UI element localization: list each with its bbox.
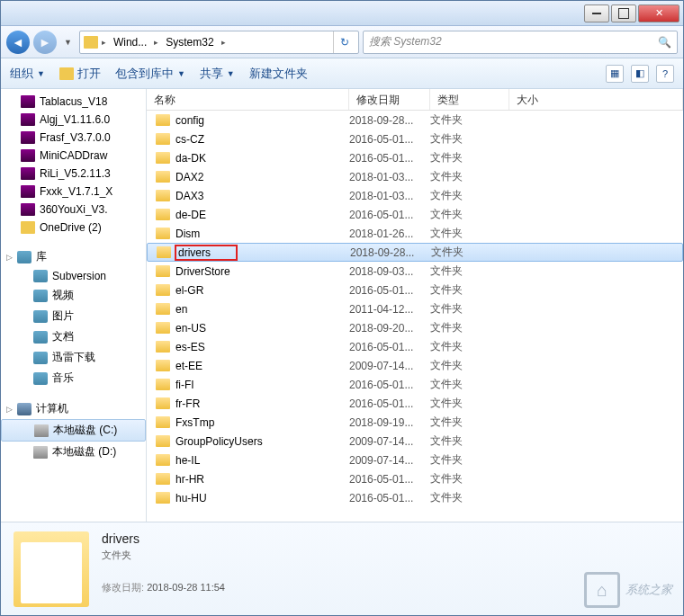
file-row[interactable]: DriverStore2018-09-03...文件夹 <box>147 262 683 281</box>
file-row[interactable]: Dism2018-01-26...文件夹 <box>147 224 683 243</box>
file-list[interactable]: config2018-09-28...文件夹cs-CZ2016-05-01...… <box>147 111 683 522</box>
chevron-right-icon[interactable]: ▸ <box>152 38 160 47</box>
expand-icon[interactable]: ▷ <box>6 405 13 414</box>
file-row[interactable]: FxsTmp2018-09-19...文件夹 <box>147 413 683 432</box>
file-row[interactable]: config2018-09-28...文件夹 <box>147 111 683 129</box>
search-icon[interactable]: 🔍 <box>658 36 671 49</box>
file-row[interactable]: he-IL2009-07-14...文件夹 <box>147 451 683 469</box>
file-name: cs-CZ <box>176 133 204 146</box>
file-date: 2016-05-01... <box>349 341 430 353</box>
sidebar-library-item[interactable]: 视频 <box>1 285 146 306</box>
sidebar-computer[interactable]: ▷计算机 <box>1 397 146 419</box>
view-options-button[interactable]: ▦ <box>606 65 624 83</box>
file-type: 文件夹 <box>430 112 509 128</box>
file-icon <box>21 221 35 234</box>
sidebar-recent-item[interactable]: Algj_V1.11.6.0 <box>1 111 146 129</box>
file-row[interactable]: DAX32018-01-03...文件夹 <box>147 186 683 205</box>
sidebar-recent-item[interactable]: Tablacus_V18 <box>1 93 146 111</box>
file-row[interactable]: hr-HR2016-05-01...文件夹 <box>147 469 683 488</box>
address-bar[interactable]: ▸ Wind... ▸ System32 ▸ ↻ <box>79 31 359 54</box>
file-name: el-GR <box>176 284 203 297</box>
history-dropdown[interactable]: ▼ <box>60 38 76 47</box>
file-row[interactable]: drivers2018-09-28...文件夹 <box>147 243 683 262</box>
file-type: 文件夹 <box>430 339 509 354</box>
file-name: hr-HR <box>176 473 204 486</box>
file-row[interactable]: en2011-04-12...文件夹 <box>147 299 683 318</box>
folder-icon <box>156 379 170 390</box>
organize-menu[interactable]: 组织▼ <box>10 66 45 82</box>
sidebar-drive-item[interactable]: 本地磁盘 (D:) <box>1 442 146 462</box>
search-input[interactable]: 搜索 System32 🔍 <box>363 31 678 54</box>
open-button[interactable]: 打开 <box>59 66 101 82</box>
sidebar-drive-item[interactable]: 本地磁盘 (C:) <box>1 419 146 442</box>
folder-icon <box>156 133 170 145</box>
file-row[interactable]: el-GR2016-05-01...文件夹 <box>147 281 683 299</box>
folder-icon <box>156 303 170 315</box>
column-name[interactable]: 名称 <box>147 89 349 110</box>
expand-icon[interactable]: ▷ <box>6 253 13 262</box>
file-name: drivers <box>175 245 238 261</box>
share-menu[interactable]: 共享▼ <box>200 66 235 82</box>
new-folder-button[interactable]: 新建文件夹 <box>249 66 308 82</box>
sidebar-item-label: Subversion <box>52 270 106 282</box>
file-type: 文件夹 <box>430 188 509 203</box>
file-type: 文件夹 <box>430 471 509 487</box>
sidebar-recent-item[interactable]: RiLi_V5.2.11.3 <box>1 165 146 183</box>
file-type: 文件夹 <box>430 358 509 373</box>
close-button[interactable] <box>638 4 680 22</box>
sidebar-library-item[interactable]: Subversion <box>1 267 146 285</box>
help-button[interactable]: ? <box>656 65 674 83</box>
sidebar-recent-item[interactable]: MiniCADDraw <box>1 147 146 165</box>
file-date: 2018-09-28... <box>349 114 430 127</box>
file-row[interactable]: es-ES2016-05-01...文件夹 <box>147 337 683 356</box>
breadcrumb-item[interactable]: Wind... <box>110 34 150 50</box>
column-date[interactable]: 修改日期 <box>349 89 430 110</box>
file-row[interactable]: cs-CZ2016-05-01...文件夹 <box>147 129 683 148</box>
sidebar-libraries[interactable]: ▷库 <box>1 246 146 267</box>
file-date: 2018-09-20... <box>349 322 430 335</box>
sidebar-recent-item[interactable]: Fxxk_V1.7.1_X <box>1 183 146 201</box>
sidebar-library-item[interactable]: 文档 <box>1 326 146 347</box>
file-name: DAX3 <box>176 190 203 202</box>
minimize-button[interactable] <box>584 4 609 22</box>
back-button[interactable]: ◄ <box>6 31 30 54</box>
titlebar[interactable] <box>1 1 683 26</box>
file-type: 文件夹 <box>430 131 509 147</box>
library-icon <box>17 251 32 263</box>
sidebar-item-label: 文档 <box>52 329 74 344</box>
column-type[interactable]: 类型 <box>430 89 509 110</box>
column-size[interactable]: 大小 <box>509 89 683 110</box>
include-library-menu[interactable]: 包含到库中▼ <box>115 66 185 82</box>
maximize-button[interactable] <box>611 4 636 22</box>
sidebar-item-label: 360YouXi_V3. <box>40 203 108 216</box>
sidebar-library-item[interactable]: 迅雷下载 <box>1 347 146 368</box>
file-row[interactable]: hu-HU2016-05-01...文件夹 <box>147 488 683 507</box>
file-icon <box>21 203 35 216</box>
refresh-button[interactable]: ↻ <box>333 31 355 53</box>
file-row[interactable]: fr-FR2016-05-01...文件夹 <box>147 394 683 413</box>
preview-pane-button[interactable]: ◧ <box>631 65 649 83</box>
sidebar-recent-item[interactable]: 360YouXi_V3. <box>1 201 146 219</box>
file-row[interactable]: de-DE2016-05-01...文件夹 <box>147 205 683 224</box>
file-row[interactable]: da-DK2016-05-01...文件夹 <box>147 148 683 167</box>
file-row[interactable]: DAX22018-01-03...文件夹 <box>147 167 683 186</box>
chevron-right-icon[interactable]: ▸ <box>220 38 228 47</box>
navigation-pane[interactable]: Tablacus_V18Algj_V1.11.6.0Frasf_V3.7.0.0… <box>1 89 147 522</box>
sidebar-recent-item[interactable]: OneDrive (2) <box>1 219 146 237</box>
details-date: 修改日期: 2018-09-28 11:54 <box>102 581 225 594</box>
library-icon <box>33 352 48 364</box>
sidebar-library-item[interactable]: 音乐 <box>1 368 146 388</box>
file-row[interactable]: fi-FI2016-05-01...文件夹 <box>147 375 683 394</box>
file-row[interactable]: et-EE2009-07-14...文件夹 <box>147 356 683 375</box>
chevron-right-icon[interactable]: ▸ <box>100 38 108 47</box>
forward-button[interactable]: ► <box>33 31 57 54</box>
sidebar-recent-item[interactable]: Frasf_V3.7.0.0 <box>1 129 146 147</box>
breadcrumb-item[interactable]: System32 <box>162 34 217 50</box>
file-row[interactable]: GroupPolicyUsers2009-07-14...文件夹 <box>147 432 683 451</box>
folder-icon <box>84 36 98 49</box>
file-row[interactable]: en-US2018-09-20...文件夹 <box>147 318 683 337</box>
sidebar-library-item[interactable]: 图片 <box>1 306 146 326</box>
file-name: DriverStore <box>176 265 230 278</box>
folder-icon <box>156 360 170 371</box>
sidebar-item-label: Frasf_V3.7.0.0 <box>40 131 111 144</box>
